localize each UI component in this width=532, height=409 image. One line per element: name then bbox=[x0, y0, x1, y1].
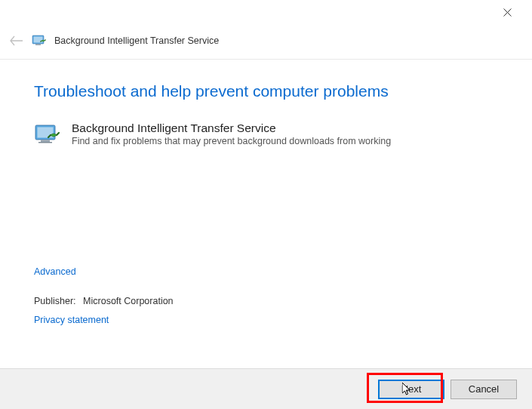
content-area: Troubleshoot and help prevent computer p… bbox=[0, 60, 532, 146]
back-button[interactable] bbox=[9, 33, 24, 48]
troubleshooter-item: Background Intelligent Transfer Service … bbox=[34, 121, 502, 146]
privacy-link[interactable]: Privacy statement bbox=[34, 315, 109, 325]
svg-rect-6 bbox=[38, 128, 54, 138]
svg-rect-4 bbox=[35, 44, 41, 45]
publisher-info: Publisher: Microsoft Corporation bbox=[34, 296, 174, 306]
lower-section: Advanced Publisher: Microsoft Corporatio… bbox=[34, 264, 174, 326]
window-header: Background Intelligent Transfer Service bbox=[0, 24, 532, 60]
back-arrow-icon bbox=[10, 35, 23, 46]
advanced-link[interactable]: Advanced bbox=[34, 266, 76, 277]
publisher-name: Microsoft Corporation bbox=[83, 296, 174, 306]
footer-bar: Next Cancel bbox=[0, 368, 532, 409]
troubleshooter-text: Background Intelligent Transfer Service … bbox=[72, 121, 502, 146]
publisher-label: Publisher: bbox=[34, 296, 76, 306]
troubleshooter-header-icon bbox=[32, 35, 47, 47]
svg-rect-8 bbox=[38, 142, 52, 143]
close-button[interactable] bbox=[490, 1, 524, 23]
page-heading: Troubleshoot and help prevent computer p… bbox=[34, 82, 502, 100]
svg-rect-3 bbox=[34, 37, 43, 43]
close-icon bbox=[503, 8, 512, 17]
titlebar bbox=[0, 0, 532, 24]
troubleshooter-description: Find and fix problems that may prevent b… bbox=[72, 136, 502, 146]
cancel-button[interactable]: Cancel bbox=[451, 380, 517, 399]
next-button[interactable]: Next bbox=[378, 380, 444, 399]
troubleshooter-icon bbox=[34, 124, 61, 146]
svg-rect-7 bbox=[41, 140, 50, 142]
troubleshooter-title: Background Intelligent Transfer Service bbox=[72, 121, 502, 135]
header-title: Background Intelligent Transfer Service bbox=[54, 35, 219, 46]
